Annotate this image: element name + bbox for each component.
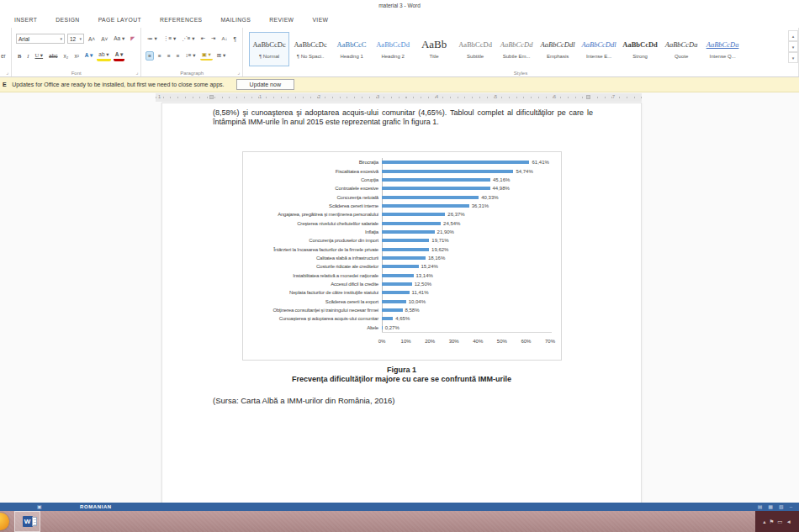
chart-bar[interactable] [382,187,490,190]
numbering-icon[interactable]: ⋮≡ ▾ [161,34,177,43]
style-title[interactable]: AaBbTitle [414,32,454,66]
bold-icon[interactable]: B [16,52,23,60]
start-button[interactable] [0,513,9,530]
body-paragraph[interactable]: (8,58%) şi cunoaşterea şi adoptarea acqu… [213,108,593,128]
sort-icon[interactable]: A↓ [220,35,230,42]
clipboard-dialog-launcher-icon[interactable]: ⌟ [6,69,8,75]
chart-bar[interactable] [382,239,429,242]
align-left-icon[interactable]: ≡ [146,51,154,61]
chart-value-label: 8,58% [405,308,420,313]
subscript-icon[interactable]: x₂ [62,52,71,60]
chart-bar[interactable] [382,222,441,225]
format-painter-label-remnant[interactable]: er [1,53,6,59]
borders-icon[interactable]: ⊞ ▾ [215,51,228,60]
volume-icon[interactable]: ◄ [786,519,791,524]
chart-bar[interactable] [382,170,513,173]
chart-bar[interactable] [382,248,429,251]
italic-icon[interactable]: I [25,52,30,60]
chart-bar[interactable] [382,317,393,320]
network-icon[interactable]: ▭ [777,519,782,525]
increase-indent-icon[interactable]: ⇥ [209,34,217,43]
style-heading-2[interactable]: AaBbCcDdHeading 2 [373,32,413,66]
text-effects-icon[interactable]: A ▾ [83,51,95,60]
minimize-langbar-icon[interactable]: – [790,503,792,511]
shading-icon[interactable]: ▣ ▾ [200,50,213,61]
style-heading-1[interactable]: AaBbCcCHeading 1 [331,32,372,66]
style-intense-e[interactable]: AaBbCcDdlIntense E... [579,32,619,66]
justify-icon[interactable]: ≡ [175,52,182,60]
chart-bar[interactable] [382,308,403,312]
font-size-select[interactable]: 12 ▾ [67,34,84,44]
word-taskbar-button[interactable]: W [14,511,40,532]
change-case-icon[interactable]: Aa ▾ [112,34,126,43]
superscript-icon[interactable]: x² [72,52,80,60]
line-spacing-icon[interactable]: ↕≡ ▾ [184,51,198,60]
style-intense-q[interactable]: AaBbCcDaIntense Q... [702,32,743,66]
keyboard-icon[interactable]: ▤ [758,503,763,511]
font-dialog-launcher-icon[interactable]: ⌟ [136,69,139,75]
tab-insert[interactable]: INSERT [5,13,46,26]
align-right-icon[interactable]: ≡ [166,52,172,60]
clear-formatting-icon[interactable]: ◤ [129,34,136,43]
style-normal[interactable]: AaBbCcDc¶ Normal [249,32,289,66]
strikethrough-icon[interactable]: abc [47,52,59,60]
touch-keyboard-icon[interactable]: ▦ [768,503,773,511]
chart-bar[interactable] [382,256,426,260]
style-no-spaci[interactable]: AaBbCcDc¶ No Spaci.. [290,32,331,66]
ribbon-tab-strip: INSERTDESIGNPAGE LAYOUTREFERENCESMAILING… [0,11,799,28]
tab-review[interactable]: REVIEW [260,13,303,26]
align-center-icon[interactable]: ≡ [156,52,163,60]
font-color-icon[interactable]: A ▾ [114,50,125,61]
tab-view[interactable]: VIEW [303,13,337,26]
decrease-indent-icon[interactable]: ⇤ [199,34,207,43]
tab-page-layout[interactable]: PAGE LAYOUT [89,13,151,26]
chart-row: Fiscalitatea excesivă54,74% [243,166,561,175]
chart-bar[interactable] [382,282,412,286]
document-page[interactable]: (8,58%) şi cunoaşterea şi adoptarea acqu… [161,103,642,503]
chart-bar[interactable] [382,230,435,234]
chart-bar[interactable] [382,213,445,216]
chart-bar[interactable] [382,326,383,329]
tab-design[interactable]: DESIGN [46,13,88,26]
bar-chart[interactable]: Birocraţia61,41%Fiscalitatea excesivă54,… [242,151,562,361]
font-name-select[interactable]: Arial ▾ [16,34,65,44]
chart-bar[interactable] [382,161,529,164]
multilevel-list-icon[interactable]: ⋰≡ ▾ [180,34,196,43]
language-options-icon[interactable]: ▧ [779,503,784,511]
bullets-icon[interactable]: ≔ ▾ [146,34,159,43]
chart-bar[interactable] [382,196,479,199]
styles-more-icon[interactable]: ▾ [788,52,798,63]
style-subtle-em[interactable]: AaBbCcDdSubtle Em... [496,32,537,66]
style-strong[interactable]: AaBbCcDdStrong [620,32,660,66]
highlight-icon[interactable]: ab ▾ [97,50,110,61]
styles-scroll-up-icon[interactable]: ▴ [788,30,798,41]
paragraph-dialog-launcher-icon[interactable]: ⌟ [237,69,240,75]
indent-marker-left[interactable] [209,95,214,99]
underline-icon[interactable]: U ▾ [34,51,45,60]
style-subtitle[interactable]: AaBbCcDdSubtitle [455,32,495,66]
chart-value-label: 15,24% [421,264,438,269]
shrink-font-icon[interactable]: A˅ [99,34,109,43]
chart-bar[interactable] [382,291,410,294]
chart-bar[interactable] [382,265,419,268]
show-hidden-icons[interactable]: ▴ [763,519,765,525]
horizontal-ruler[interactable]: 11234567 [156,93,642,102]
source-line[interactable]: (Sursa: Carta Albă a IMM-urilor din Româ… [213,396,394,405]
language-bar-icon[interactable]: ▣ [37,503,42,511]
tab-mailings[interactable]: MAILINGS [212,13,261,26]
language-label[interactable]: ROMANIAN [80,503,112,511]
style-preview: AaBbCcDd [497,37,536,52]
chart-bar[interactable] [382,274,414,277]
update-now-button[interactable]: Update now [236,79,294,90]
chart-bar[interactable] [382,204,469,208]
style-quote[interactable]: AaBbCcDaQuote [661,32,701,66]
indent-marker-right[interactable] [586,95,590,99]
chart-bar[interactable] [382,178,490,182]
grow-font-icon[interactable]: A˄ [87,34,97,43]
show-marks-icon[interactable]: ¶ [232,35,239,43]
tab-references[interactable]: REFERENCES [151,13,211,26]
chart-bar[interactable] [382,300,406,303]
flag-icon[interactable]: ⚑ [769,519,774,525]
styles-scroll-down-icon[interactable]: ▾ [788,41,798,52]
style-emphasis[interactable]: AaBbCcDdlEmphasis [537,32,578,66]
